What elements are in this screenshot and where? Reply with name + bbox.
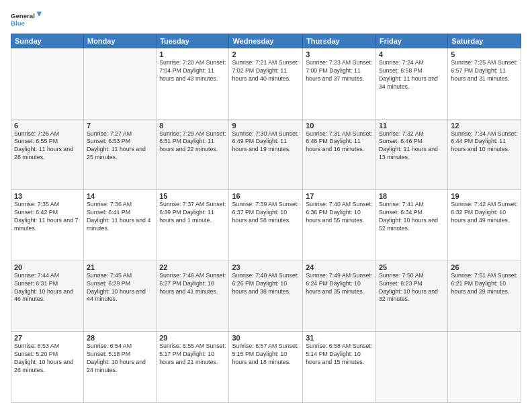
weekday-header-monday: Monday bbox=[83, 34, 156, 48]
day-info: Sunrise: 7:35 AM Sunset: 6:42 PM Dayligh… bbox=[14, 201, 81, 233]
day-info: Sunrise: 7:48 AM Sunset: 6:26 PM Dayligh… bbox=[232, 272, 300, 296]
calendar-cell: 20Sunrise: 7:44 AM Sunset: 6:31 PM Dayli… bbox=[11, 261, 84, 332]
day-number: 8 bbox=[159, 122, 226, 130]
day-number: 22 bbox=[159, 263, 226, 271]
day-number: 1 bbox=[159, 50, 226, 58]
calendar-page: GeneralBlue SundayMondayTuesdayWednesday… bbox=[0, 0, 532, 411]
calendar-cell: 31Sunrise: 6:58 AM Sunset: 5:14 PM Dayli… bbox=[303, 332, 376, 403]
calendar-cell: 14Sunrise: 7:36 AM Sunset: 6:41 PM Dayli… bbox=[83, 190, 156, 261]
calendar-cell: 4Sunrise: 7:24 AM Sunset: 6:58 PM Daylig… bbox=[375, 48, 447, 120]
day-number: 24 bbox=[306, 263, 373, 271]
calendar-cell: 26Sunrise: 7:51 AM Sunset: 6:21 PM Dayli… bbox=[448, 261, 521, 332]
day-number: 10 bbox=[306, 122, 373, 130]
day-info: Sunrise: 7:45 AM Sunset: 6:29 PM Dayligh… bbox=[87, 272, 153, 304]
day-info: Sunrise: 7:30 AM Sunset: 6:49 PM Dayligh… bbox=[232, 130, 300, 154]
day-info: Sunrise: 6:55 AM Sunset: 5:17 PM Dayligh… bbox=[159, 342, 226, 367]
calendar-cell: 6Sunrise: 7:26 AM Sunset: 6:55 PM Daylig… bbox=[11, 119, 84, 190]
day-info: Sunrise: 6:57 AM Sunset: 5:15 PM Dayligh… bbox=[232, 342, 300, 367]
calendar-cell bbox=[448, 332, 521, 403]
day-number: 28 bbox=[87, 334, 153, 342]
weekday-header-row: SundayMondayTuesdayWednesdayThursdayFrid… bbox=[11, 34, 521, 48]
svg-text:General: General bbox=[11, 12, 35, 19]
day-number: 9 bbox=[232, 122, 300, 130]
day-info: Sunrise: 7:23 AM Sunset: 7:00 PM Dayligh… bbox=[306, 59, 373, 83]
day-info: Sunrise: 7:27 AM Sunset: 6:53 PM Dayligh… bbox=[87, 130, 153, 163]
day-number: 12 bbox=[451, 122, 518, 130]
calendar-cell: 24Sunrise: 7:49 AM Sunset: 6:24 PM Dayli… bbox=[303, 261, 376, 332]
day-info: Sunrise: 7:50 AM Sunset: 6:23 PM Dayligh… bbox=[379, 272, 445, 304]
day-number: 21 bbox=[87, 263, 153, 271]
day-info: Sunrise: 7:51 AM Sunset: 6:21 PM Dayligh… bbox=[451, 272, 518, 296]
day-number: 20 bbox=[14, 263, 81, 271]
calendar-cell: 18Sunrise: 7:41 AM Sunset: 6:34 PM Dayli… bbox=[375, 190, 447, 261]
day-info: Sunrise: 7:36 AM Sunset: 6:41 PM Dayligh… bbox=[87, 201, 153, 233]
day-info: Sunrise: 7:29 AM Sunset: 6:51 PM Dayligh… bbox=[159, 130, 226, 154]
day-info: Sunrise: 7:37 AM Sunset: 6:39 PM Dayligh… bbox=[159, 201, 226, 225]
calendar-cell: 30Sunrise: 6:57 AM Sunset: 5:15 PM Dayli… bbox=[229, 332, 303, 403]
day-info: Sunrise: 6:58 AM Sunset: 5:14 PM Dayligh… bbox=[306, 342, 373, 367]
calendar-cell: 11Sunrise: 7:32 AM Sunset: 6:46 PM Dayli… bbox=[375, 119, 447, 190]
day-info: Sunrise: 7:21 AM Sunset: 7:02 PM Dayligh… bbox=[232, 59, 300, 83]
calendar-cell: 25Sunrise: 7:50 AM Sunset: 6:23 PM Dayli… bbox=[375, 261, 447, 332]
day-info: Sunrise: 6:54 AM Sunset: 5:18 PM Dayligh… bbox=[87, 342, 153, 375]
calendar-cell: 2Sunrise: 7:21 AM Sunset: 7:02 PM Daylig… bbox=[229, 48, 303, 120]
calendar-cell: 16Sunrise: 7:39 AM Sunset: 6:37 PM Dayli… bbox=[229, 190, 303, 261]
day-number: 6 bbox=[14, 122, 81, 130]
calendar-cell: 3Sunrise: 7:23 AM Sunset: 7:00 PM Daylig… bbox=[303, 48, 376, 120]
logo: GeneralBlue bbox=[11, 8, 46, 30]
calendar-cell: 1Sunrise: 7:20 AM Sunset: 7:04 PM Daylig… bbox=[157, 48, 229, 120]
calendar-cell: 12Sunrise: 7:34 AM Sunset: 6:44 PM Dayli… bbox=[448, 119, 521, 190]
day-number: 7 bbox=[87, 122, 153, 130]
calendar-cell: 23Sunrise: 7:48 AM Sunset: 6:26 PM Dayli… bbox=[229, 261, 303, 332]
day-info: Sunrise: 7:40 AM Sunset: 6:36 PM Dayligh… bbox=[306, 201, 373, 225]
day-number: 3 bbox=[306, 50, 373, 58]
day-info: Sunrise: 6:53 AM Sunset: 5:20 PM Dayligh… bbox=[14, 342, 81, 375]
calendar-cell: 21Sunrise: 7:45 AM Sunset: 6:29 PM Dayli… bbox=[83, 261, 156, 332]
calendar-cell: 7Sunrise: 7:27 AM Sunset: 6:53 PM Daylig… bbox=[83, 119, 156, 190]
header: GeneralBlue bbox=[11, 8, 521, 30]
weekday-header-tuesday: Tuesday bbox=[157, 34, 229, 48]
calendar-table: SundayMondayTuesdayWednesdayThursdayFrid… bbox=[11, 34, 521, 403]
day-info: Sunrise: 7:31 AM Sunset: 6:48 PM Dayligh… bbox=[306, 130, 373, 154]
day-number: 31 bbox=[306, 334, 373, 342]
day-number: 27 bbox=[14, 334, 81, 342]
calendar-cell: 10Sunrise: 7:31 AM Sunset: 6:48 PM Dayli… bbox=[303, 119, 376, 190]
day-info: Sunrise: 7:42 AM Sunset: 6:32 PM Dayligh… bbox=[451, 201, 518, 225]
calendar-cell: 17Sunrise: 7:40 AM Sunset: 6:36 PM Dayli… bbox=[303, 190, 376, 261]
day-info: Sunrise: 7:41 AM Sunset: 6:34 PM Dayligh… bbox=[379, 201, 445, 233]
day-number: 5 bbox=[451, 50, 518, 58]
calendar-cell: 8Sunrise: 7:29 AM Sunset: 6:51 PM Daylig… bbox=[157, 119, 229, 190]
weekday-header-saturday: Saturday bbox=[448, 34, 521, 48]
day-number: 30 bbox=[232, 334, 300, 342]
day-number: 2 bbox=[232, 50, 300, 58]
day-number: 26 bbox=[451, 263, 518, 271]
week-row-1: 6Sunrise: 7:26 AM Sunset: 6:55 PM Daylig… bbox=[11, 119, 521, 190]
day-number: 15 bbox=[159, 192, 226, 200]
calendar-cell: 15Sunrise: 7:37 AM Sunset: 6:39 PM Dayli… bbox=[157, 190, 229, 261]
week-row-0: 1Sunrise: 7:20 AM Sunset: 7:04 PM Daylig… bbox=[11, 48, 521, 120]
day-number: 13 bbox=[14, 192, 81, 200]
day-number: 17 bbox=[306, 192, 373, 200]
day-info: Sunrise: 7:32 AM Sunset: 6:46 PM Dayligh… bbox=[379, 130, 445, 163]
day-number: 16 bbox=[232, 192, 300, 200]
logo-icon: GeneralBlue bbox=[11, 8, 46, 30]
day-number: 23 bbox=[232, 263, 300, 271]
calendar-cell bbox=[375, 332, 447, 403]
weekday-header-sunday: Sunday bbox=[11, 34, 84, 48]
svg-text:Blue: Blue bbox=[11, 19, 26, 27]
weekday-header-wednesday: Wednesday bbox=[229, 34, 303, 48]
weekday-header-friday: Friday bbox=[375, 34, 447, 48]
day-info: Sunrise: 7:24 AM Sunset: 6:58 PM Dayligh… bbox=[379, 59, 445, 91]
day-info: Sunrise: 7:26 AM Sunset: 6:55 PM Dayligh… bbox=[14, 130, 81, 163]
calendar-cell: 9Sunrise: 7:30 AM Sunset: 6:49 PM Daylig… bbox=[229, 119, 303, 190]
day-info: Sunrise: 7:44 AM Sunset: 6:31 PM Dayligh… bbox=[14, 272, 81, 304]
week-row-4: 27Sunrise: 6:53 AM Sunset: 5:20 PM Dayli… bbox=[11, 332, 521, 403]
day-info: Sunrise: 7:34 AM Sunset: 6:44 PM Dayligh… bbox=[451, 130, 518, 154]
day-number: 25 bbox=[379, 263, 445, 271]
calendar-cell: 5Sunrise: 7:25 AM Sunset: 6:57 PM Daylig… bbox=[448, 48, 521, 120]
day-number: 19 bbox=[451, 192, 518, 200]
calendar-cell: 28Sunrise: 6:54 AM Sunset: 5:18 PM Dayli… bbox=[83, 332, 156, 403]
day-info: Sunrise: 7:39 AM Sunset: 6:37 PM Dayligh… bbox=[232, 201, 300, 225]
week-row-2: 13Sunrise: 7:35 AM Sunset: 6:42 PM Dayli… bbox=[11, 190, 521, 261]
calendar-cell bbox=[11, 48, 84, 120]
